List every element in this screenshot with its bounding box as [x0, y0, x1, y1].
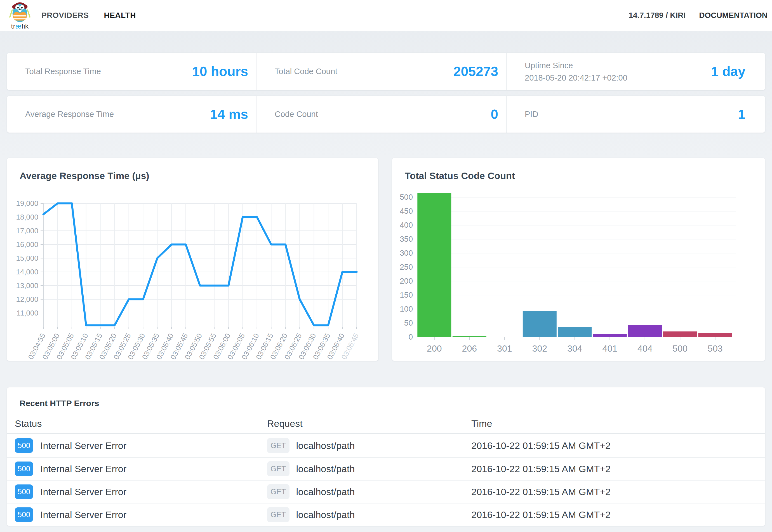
table-row: 500 Internal Server Error GET localhost/…	[7, 434, 765, 457]
stat-label: Total Code Count	[275, 67, 337, 76]
svg-text:50: 50	[404, 319, 413, 327]
stat-label: Total Response Time	[25, 67, 101, 76]
traefik-logo: træfik	[7, 1, 32, 30]
svg-text:350: 350	[400, 235, 413, 243]
status-code-badge: 500	[15, 507, 33, 522]
column-header-request: Request	[267, 418, 471, 429]
stat-value: 14 ms	[210, 107, 248, 122]
table-row: 500 Internal Server Error GET localhost/…	[7, 457, 765, 480]
svg-text:200: 200	[400, 277, 413, 285]
request-path: localhost/path	[296, 509, 355, 520]
avg-response-time-chart-card: Average Response Time (µs) 19,00018,0001…	[7, 158, 378, 361]
stat-label: Average Response Time	[25, 110, 114, 119]
status-code-badge: 500	[15, 438, 33, 453]
top-nav-bar: træfik PROVIDERS HEALTH 14.7.1789 / KIRI…	[0, 0, 772, 31]
status-code-badge: 500	[15, 462, 33, 476]
http-method-badge: GET	[267, 438, 289, 453]
request-path: localhost/path	[296, 486, 355, 497]
stat-label: Uptime Since	[525, 59, 627, 72]
stat-uptime-since: Uptime Since 2018-05-20 20:42:17 +02:00 …	[506, 53, 765, 90]
error-time: 2016-10-22 01:59:15 AM GMT+2	[471, 463, 765, 474]
errors-table-body: 500 Internal Server Error GET localhost/…	[7, 434, 765, 526]
svg-text:404: 404	[637, 343, 652, 354]
column-header-status: Status	[7, 418, 267, 429]
nav-item-health[interactable]: HEALTH	[104, 11, 136, 20]
stat-total-code-count: Total Code Count 205273	[256, 53, 506, 90]
svg-text:0: 0	[408, 333, 413, 341]
time-cell: 2016-10-22 01:59:15 AM GMT+2	[471, 486, 765, 497]
svg-text:12,000: 12,000	[16, 295, 38, 303]
svg-text:401: 401	[602, 343, 617, 354]
svg-text:500: 500	[673, 343, 688, 354]
table-row: 500 Internal Server Error GET localhost/…	[7, 503, 765, 526]
svg-text:304: 304	[567, 343, 582, 354]
stat-value: 205273	[453, 64, 498, 79]
request-cell: GET localhost/path	[267, 461, 471, 476]
stats-card-totals: Total Response Time 10 hours Total Code …	[7, 53, 765, 90]
request-path: localhost/path	[296, 463, 355, 474]
stat-value: 1 day	[711, 64, 745, 79]
traefik-wordmark: træfik	[7, 22, 32, 30]
column-header-time: Time	[471, 418, 765, 429]
svg-text:250: 250	[400, 263, 413, 271]
stat-total-response-time: Total Response Time 10 hours	[7, 53, 256, 90]
status-code-bar-chart: 0501001502002503003504004505002002063013…	[392, 158, 765, 362]
request-cell: GET localhost/path	[267, 507, 471, 522]
errors-table-header: Status Request Time	[7, 414, 765, 434]
svg-text:300: 300	[400, 249, 413, 257]
request-cell: GET localhost/path	[267, 438, 471, 453]
error-time: 2016-10-22 01:59:15 AM GMT+2	[471, 486, 765, 497]
svg-text:150: 150	[400, 291, 413, 299]
nav-item-providers[interactable]: PROVIDERS	[41, 11, 89, 20]
svg-text:200: 200	[427, 343, 442, 354]
time-cell: 2016-10-22 01:59:15 AM GMT+2	[471, 440, 765, 451]
status-text: Internal Server Error	[40, 440, 126, 451]
request-cell: GET localhost/path	[267, 484, 471, 499]
status-text: Internal Server Error	[40, 509, 126, 520]
svg-text:14,000: 14,000	[16, 268, 38, 276]
status-cell: 500 Internal Server Error	[7, 507, 267, 522]
stat-sublabel: 2018-05-20 20:42:17 +02:00	[525, 72, 627, 84]
recent-http-errors-card: Recent HTTP Errors Status Request Time 5…	[7, 387, 765, 526]
svg-text:17,000: 17,000	[16, 227, 38, 235]
error-time: 2016-10-22 01:59:15 AM GMT+2	[471, 440, 765, 451]
response-time-line-chart: 19,00018,00017,00016,00015,00014,00013,0…	[7, 158, 378, 362]
svg-text:18,000: 18,000	[16, 213, 38, 221]
svg-text:13,000: 13,000	[16, 281, 38, 290]
version-label: 14.7.1789 / KIRI	[629, 11, 686, 20]
svg-text:400: 400	[400, 221, 413, 229]
http-method-badge: GET	[267, 484, 289, 499]
status-text: Internal Server Error	[40, 486, 126, 497]
header-right: 14.7.1789 / KIRI DOCUMENTATION	[629, 0, 768, 31]
traefik-gopher-icon	[9, 1, 31, 22]
stat-average-response-time: Average Response Time 14 ms	[7, 96, 256, 133]
main-nav: PROVIDERS HEALTH	[41, 0, 136, 31]
stat-value: 10 hours	[192, 64, 248, 79]
table-row: 500 Internal Server Error GET localhost/…	[7, 480, 765, 503]
svg-text:503: 503	[708, 343, 722, 354]
stat-value: 1	[738, 107, 745, 122]
status-cell: 500 Internal Server Error	[7, 462, 267, 476]
stat-pid: PID 1	[506, 96, 765, 133]
http-method-badge: GET	[267, 461, 289, 476]
request-path: localhost/path	[296, 440, 355, 451]
http-method-badge: GET	[267, 507, 289, 522]
svg-text:100: 100	[400, 305, 413, 313]
svg-text:16,000: 16,000	[16, 240, 38, 249]
stat-value: 0	[491, 107, 498, 122]
time-cell: 2016-10-22 01:59:15 AM GMT+2	[471, 463, 765, 474]
status-cell: 500 Internal Server Error	[7, 438, 267, 453]
svg-text:301: 301	[497, 343, 512, 354]
stat-code-count: Code Count 0	[256, 96, 506, 133]
svg-text:206: 206	[462, 343, 477, 354]
svg-text:302: 302	[532, 343, 547, 354]
time-cell: 2016-10-22 01:59:15 AM GMT+2	[471, 509, 765, 520]
stat-label: PID	[525, 110, 538, 119]
documentation-link[interactable]: DOCUMENTATION	[699, 11, 768, 20]
error-time: 2016-10-22 01:59:15 AM GMT+2	[471, 509, 765, 520]
status-cell: 500 Internal Server Error	[7, 484, 267, 499]
status-code-chart-card: Total Status Code Count 0501001502002503…	[392, 158, 765, 361]
svg-text:450: 450	[400, 207, 413, 215]
stats-card-current: Average Response Time 14 ms Code Count 0…	[7, 96, 765, 133]
status-text: Internal Server Error	[40, 463, 126, 474]
